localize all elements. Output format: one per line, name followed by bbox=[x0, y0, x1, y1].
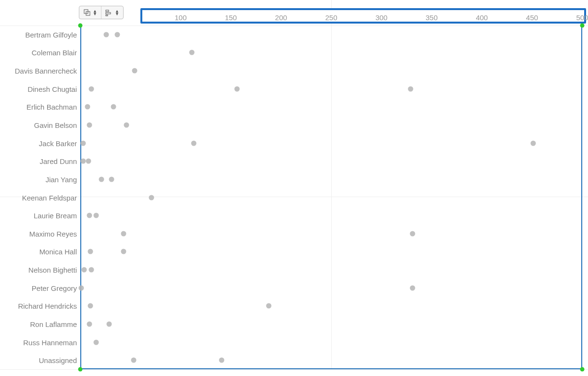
y-tick-dinesh-chugtai: Dinesh Chugtai bbox=[27, 85, 77, 93]
x-axis-selection[interactable] bbox=[140, 8, 586, 24]
data-point[interactable] bbox=[88, 267, 94, 273]
y-tick-richard-hendricks: Richard Hendricks bbox=[18, 302, 77, 310]
svg-rect-2 bbox=[106, 10, 109, 12]
y-tick-gavin-belson: Gavin Belson bbox=[34, 121, 77, 129]
layers-dropdown[interactable]: ▲▼ bbox=[79, 6, 101, 19]
data-point[interactable] bbox=[189, 50, 194, 55]
data-point[interactable] bbox=[81, 140, 86, 146]
x-tick-150: 150 bbox=[225, 13, 237, 22]
data-point[interactable] bbox=[234, 86, 239, 91]
y-tick-unassigned: Unassigned bbox=[39, 356, 77, 364]
x-tick-200: 200 bbox=[275, 13, 287, 22]
y-tick-jared-dunn: Jared Dunn bbox=[39, 157, 77, 165]
y-tick-keenan-feldspar: Keenan Feldspar bbox=[22, 193, 77, 201]
y-tick-maximo-reyes: Maximo Reyes bbox=[29, 229, 77, 238]
data-point[interactable] bbox=[88, 303, 93, 309]
x-tick-400: 400 bbox=[476, 13, 488, 22]
y-tick-jack-barker: Jack Barker bbox=[39, 139, 77, 147]
data-point[interactable] bbox=[82, 267, 87, 273]
data-point[interactable] bbox=[87, 321, 92, 326]
chart-container: ▲▼ ▲▼ 100150200250300350400450500 Bertra… bbox=[0, 0, 588, 376]
y-tick-coleman-blair: Coleman Blair bbox=[32, 49, 77, 57]
data-point[interactable] bbox=[219, 358, 225, 363]
hgrid bbox=[0, 369, 588, 370]
y-tick-nelson-bighetti: Nelson Bighetti bbox=[28, 266, 77, 274]
data-point[interactable] bbox=[109, 176, 114, 182]
data-point[interactable] bbox=[408, 86, 413, 91]
caret-icon: ▲▼ bbox=[115, 10, 119, 15]
y-tick-bertram-gilfoyle: Bertram Gilfoyle bbox=[25, 30, 77, 38]
data-point[interactable] bbox=[115, 32, 120, 37]
data-point[interactable] bbox=[94, 213, 99, 218]
data-point[interactable] bbox=[107, 321, 112, 326]
x-tick-350: 350 bbox=[425, 13, 438, 22]
y-tick-monica-hall: Monica Hall bbox=[39, 248, 77, 256]
x-tick-300: 300 bbox=[375, 13, 388, 22]
selection-handle-tr[interactable] bbox=[580, 24, 585, 28]
data-point[interactable] bbox=[132, 68, 137, 74]
x-tick-450: 450 bbox=[526, 13, 538, 22]
x-tick-250: 250 bbox=[325, 13, 337, 22]
barchart-dropdown[interactable]: ▲▼ bbox=[101, 6, 123, 19]
bar-chart-icon bbox=[105, 9, 113, 16]
x-tick-500: 500 bbox=[576, 13, 588, 22]
data-point[interactable] bbox=[121, 249, 126, 254]
pill-toolbar: ▲▼ ▲▼ bbox=[79, 6, 124, 19]
y-tick-davis-bannercheck: Davis Bannercheck bbox=[15, 67, 77, 75]
y-tick-laurie-bream: Laurie Bream bbox=[34, 212, 77, 220]
y-tick-erlich-bachman: Erlich Bachman bbox=[26, 103, 77, 111]
data-point[interactable] bbox=[149, 195, 154, 200]
svg-rect-3 bbox=[106, 13, 111, 14]
layers-icon bbox=[83, 9, 91, 16]
selection-handle-tl[interactable] bbox=[78, 24, 83, 28]
data-point[interactable] bbox=[87, 213, 92, 218]
data-point[interactable] bbox=[88, 249, 93, 254]
data-point[interactable] bbox=[85, 104, 90, 110]
data-point[interactable] bbox=[410, 231, 415, 236]
y-tick-russ-hanneman: Russ Hanneman bbox=[23, 338, 77, 346]
y-tick-jian-yang: Jian Yang bbox=[46, 175, 77, 183]
data-point[interactable] bbox=[81, 159, 86, 164]
data-point[interactable] bbox=[104, 32, 109, 37]
selection-handle-br[interactable] bbox=[580, 367, 585, 372]
data-point[interactable] bbox=[131, 358, 136, 363]
caret-icon: ▲▼ bbox=[93, 10, 97, 15]
data-point[interactable] bbox=[111, 104, 116, 110]
data-point[interactable] bbox=[121, 231, 126, 236]
data-point[interactable] bbox=[530, 140, 536, 146]
svg-rect-4 bbox=[106, 15, 108, 16]
data-point[interactable] bbox=[410, 285, 415, 290]
data-point[interactable] bbox=[79, 285, 84, 290]
y-tick-peter-gregory: Peter Gregory bbox=[32, 284, 77, 292]
data-point[interactable] bbox=[266, 303, 272, 309]
data-point[interactable] bbox=[99, 176, 104, 182]
data-point[interactable] bbox=[94, 339, 99, 345]
y-tick-ron-laflamme: Ron Laflamme bbox=[30, 320, 77, 328]
data-point[interactable] bbox=[88, 86, 94, 91]
x-tick-100: 100 bbox=[175, 13, 187, 22]
data-point[interactable] bbox=[87, 122, 92, 127]
plot-area[interactable] bbox=[80, 25, 582, 369]
data-point[interactable] bbox=[86, 159, 91, 164]
data-point[interactable] bbox=[124, 122, 129, 127]
selection-handle-bl[interactable] bbox=[78, 367, 83, 372]
data-point[interactable] bbox=[191, 140, 196, 146]
vgrid-250 bbox=[331, 0, 332, 368]
